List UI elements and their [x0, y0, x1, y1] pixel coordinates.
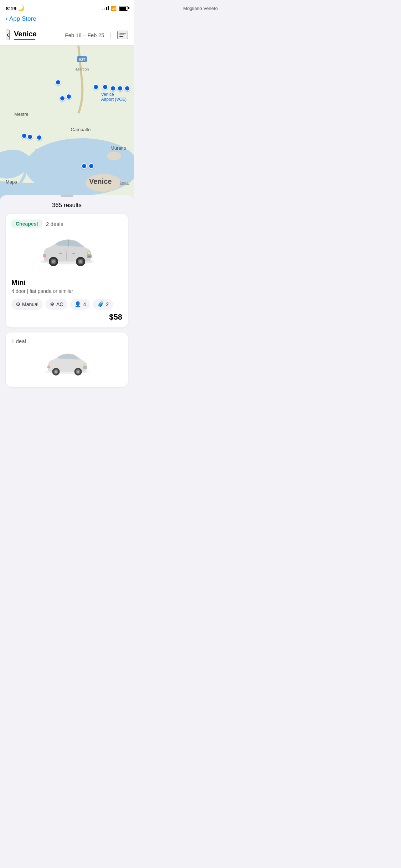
legal-label: Legal — [120, 180, 129, 185]
svg-point-27 — [55, 371, 57, 373]
map-pin[interactable] — [81, 163, 87, 169]
car-features: ⚙ Manual ❄ AC 👤 4 🧳 2 $58 — [11, 299, 122, 322]
svg-point-14 — [52, 260, 55, 263]
bags-label: 2 — [106, 301, 109, 307]
car-name: Mini — [11, 279, 122, 287]
map-pin[interactable] — [102, 84, 108, 90]
map-pin[interactable] — [88, 163, 94, 169]
map-pin[interactable] — [93, 84, 99, 90]
results-count: 365 results — [0, 202, 134, 209]
svg-rect-20 — [59, 253, 62, 254]
map-pin[interactable] — [27, 134, 33, 140]
car-illustration — [35, 232, 99, 272]
cheapest-badge: Cheapest — [11, 219, 42, 228]
status-time: 8:19 🌙 — [6, 5, 25, 11]
app-store-back-label: App Store — [9, 15, 36, 22]
map-pin[interactable] — [36, 135, 42, 140]
svg-text:A27: A27 — [79, 58, 86, 62]
maps-label: Maps — [6, 179, 17, 185]
time-display: 8:19 — [6, 5, 16, 11]
app-store-back-nav[interactable]: ‹ App Store — [0, 14, 134, 26]
map-pin[interactable] — [21, 133, 27, 139]
transmission-label: Manual — [22, 301, 38, 307]
svg-rect-9 — [88, 256, 91, 257]
search-location-group: Venice — [14, 30, 61, 40]
map-pin[interactable] — [110, 86, 116, 91]
svg-point-30 — [77, 371, 79, 373]
seats-label: 4 — [83, 301, 86, 307]
back-chevron-icon: ‹ — [6, 15, 8, 22]
svg-rect-19 — [72, 253, 75, 254]
bags-icon: 🧳 — [97, 301, 104, 308]
status-icons: 📶 — [102, 6, 128, 11]
transmission-icon: ⚙ — [16, 301, 20, 308]
car-image — [11, 232, 122, 273]
map-label-murano: Murano — [110, 145, 126, 151]
svg-rect-24 — [47, 366, 50, 368]
deals-count: 2 deals — [46, 221, 63, 227]
search-back-button[interactable]: ‹ — [6, 30, 10, 40]
car-price: $58 — [109, 312, 122, 322]
map-pin[interactable] — [60, 95, 65, 101]
map-pin[interactable] — [66, 94, 72, 99]
maps-attribution: Maps — [4, 179, 17, 185]
ac-label: AC — [56, 301, 63, 307]
car-illustration-2 — [38, 348, 96, 380]
bottom-sheet: 365 results Cheapest 2 deals — [0, 195, 134, 394]
transmission-feature: ⚙ Manual — [11, 299, 43, 310]
car-card-2[interactable]: 1 deal — [6, 332, 128, 387]
sheet-handle — [61, 195, 73, 197]
search-bar: ‹ Venice Feb 18 – Feb 25 | — [0, 26, 134, 46]
car-description: 4 door | fiat panda or similar — [11, 288, 122, 294]
filter-icon — [119, 33, 126, 33]
map-label-campalto: ·Campalto — [70, 127, 91, 132]
map-view[interactable]: A27 Mestre Murano Venice ·Campalto ·Marc… — [0, 46, 134, 199]
moon-icon: 🌙 — [18, 5, 25, 11]
ac-icon: ❄ — [50, 301, 55, 308]
seats-feature: 👤 4 — [70, 299, 90, 310]
svg-point-23 — [83, 363, 86, 366]
car-image-partial — [11, 348, 122, 381]
search-underline — [14, 39, 35, 40]
map-pin[interactable] — [117, 86, 123, 91]
map-pin[interactable] — [124, 86, 130, 91]
svg-point-17 — [79, 260, 82, 263]
svg-point-10 — [87, 251, 91, 254]
map-label-mestre: Mestre — [14, 112, 29, 117]
svg-point-5 — [107, 152, 121, 160]
ac-feature: ❄ AC — [46, 299, 67, 310]
filter-button[interactable] — [117, 31, 128, 39]
divider: | — [110, 31, 112, 39]
map-label-venice: Venice — [89, 177, 112, 186]
wifi-icon: 📶 — [111, 6, 117, 11]
signal-icon — [102, 6, 109, 10]
battery-icon — [119, 6, 128, 11]
airport-label: VeniceAirport (VCE) — [101, 92, 127, 102]
map-pin[interactable] — [55, 79, 61, 85]
map-label-sub-location: ·Marcon — [75, 67, 89, 71]
status-bar: 8:19 🌙 Mogliano Veneto 📶 — [0, 0, 134, 14]
bags-feature: 🧳 2 — [93, 299, 113, 310]
filter-icon — [119, 35, 124, 35]
search-dates-text: Feb 18 – Feb 25 — [65, 32, 104, 38]
search-location-text: Venice — [14, 30, 61, 38]
car-card-1[interactable]: Cheapest 2 deals — [6, 214, 128, 327]
one-deal-text: 1 deal — [11, 338, 122, 344]
seats-icon: 👤 — [74, 301, 81, 308]
svg-rect-11 — [43, 254, 46, 257]
map-svg: A27 — [0, 46, 134, 199]
filter-icon — [119, 36, 123, 37]
card-badge-row: Cheapest 2 deals — [11, 219, 122, 228]
svg-rect-22 — [83, 366, 87, 369]
